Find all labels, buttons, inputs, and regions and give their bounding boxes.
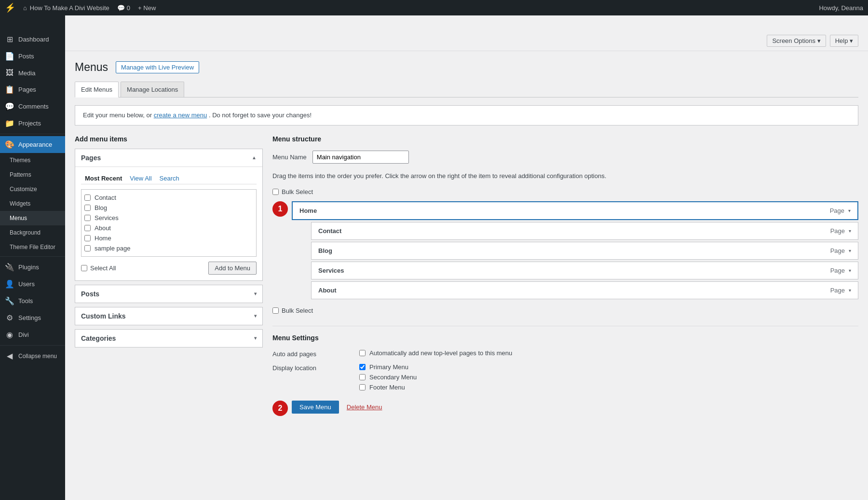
pages-tab-most-recent[interactable]: Most Recent xyxy=(81,173,126,184)
sidebar-item-projects[interactable]: 📁 Projects xyxy=(0,115,65,132)
categories-accordion-header[interactable]: Categories ▾ xyxy=(75,330,262,347)
tab-manage-locations[interactable]: Manage Locations xyxy=(121,82,184,97)
posts-accordion-header[interactable]: Posts ▾ xyxy=(75,285,262,303)
list-item: Blog xyxy=(84,203,253,213)
sidebar-item-label: Posts xyxy=(18,53,34,60)
services-checkbox[interactable] xyxy=(84,215,91,221)
sidebar-item-label: Tools xyxy=(18,297,33,305)
sidebar-item-settings[interactable]: ⚙ Settings xyxy=(0,309,65,326)
pages-icon: 📋 xyxy=(5,85,14,94)
sidebar-item-widgets[interactable]: Widgets xyxy=(0,196,65,211)
blog-label: Blog xyxy=(95,204,107,211)
about-checkbox[interactable] xyxy=(84,225,91,231)
auto-add-pages-checkbox[interactable] xyxy=(359,350,366,356)
display-location-label: Display location xyxy=(272,363,340,372)
primary-menu-checkbox[interactable] xyxy=(359,364,366,370)
sidebar-item-comments[interactable]: 💬 Comments xyxy=(0,98,65,115)
delete-menu-link[interactable]: Delete Menu xyxy=(347,403,382,411)
list-item: Services xyxy=(84,213,253,223)
menu-help-text: Drag the items into the order you prefer… xyxy=(272,171,858,181)
custom-links-accordion-header[interactable]: Custom Links ▾ xyxy=(75,307,262,325)
sidebar-item-users[interactable]: 👤 Users xyxy=(0,276,65,292)
create-new-menu-link[interactable]: create a new menu xyxy=(154,111,207,119)
sidebar-item-theme-file-editor[interactable]: Theme File Editor xyxy=(0,240,65,254)
pages-list: Contact Blog Services xyxy=(81,189,257,257)
services-item-label: Services xyxy=(318,267,344,274)
sidebar-item-label: Customize xyxy=(10,186,37,193)
blog-item-right: Page ▾ xyxy=(830,247,851,254)
sidebar-item-patterns[interactable]: Patterns xyxy=(0,167,65,182)
add-to-menu-button[interactable]: Add to Menu xyxy=(208,262,257,275)
sidebar-item-dashboard[interactable]: ⊞ Dashboard xyxy=(0,31,65,48)
sidebar-item-plugins[interactable]: 🔌 Plugins xyxy=(0,259,65,276)
services-item-type: Page xyxy=(830,267,845,274)
comments-link[interactable]: 💬 0 xyxy=(117,4,130,12)
sidebar-collapse-button[interactable]: ◀ Collapse menu xyxy=(0,347,65,364)
auto-add-pages-option[interactable]: Automatically add new top-level pages to… xyxy=(359,349,512,357)
about-item-arrow-icon[interactable]: ▾ xyxy=(849,288,851,293)
add-menu-items-title: Add menu items xyxy=(75,135,263,143)
save-menu-button[interactable]: Save Menu xyxy=(292,401,339,414)
pages-tab-search[interactable]: Search xyxy=(156,173,183,184)
sidebar-item-background[interactable]: Background xyxy=(0,225,65,240)
sidebar-item-media[interactable]: 🖼 Media xyxy=(0,65,65,81)
screen-options-button[interactable]: Screen Options ▾ xyxy=(767,35,826,47)
bulk-select-bottom-label[interactable]: Bulk Select xyxy=(272,307,858,314)
users-icon: 👤 xyxy=(5,279,14,289)
sample-page-checkbox[interactable] xyxy=(84,245,91,251)
contact-item-arrow-icon[interactable]: ▾ xyxy=(849,228,851,234)
pages-tab-view-all[interactable]: View All xyxy=(126,173,155,184)
bulk-select-bottom-checkbox[interactable] xyxy=(272,307,279,314)
select-all-checkbox[interactable] xyxy=(81,265,87,271)
menu-name-input[interactable] xyxy=(312,151,409,164)
sidebar-item-label: Themes xyxy=(10,157,30,164)
menu-item-contact[interactable]: Contact Page ▾ xyxy=(311,222,858,240)
site-name[interactable]: ⌂ How To Make A Divi Website xyxy=(23,4,109,12)
menu-item-blog[interactable]: Blog Page ▾ xyxy=(311,242,858,260)
manage-live-preview-button[interactable]: Manage with Live Preview xyxy=(116,61,199,73)
pages-accordion-body: Most Recent View All Search Contact xyxy=(75,167,262,280)
secondary-menu-checkbox[interactable] xyxy=(359,374,366,380)
blog-checkbox[interactable] xyxy=(84,205,91,211)
tab-edit-menus[interactable]: Edit Menus xyxy=(75,82,119,97)
home-checkbox[interactable] xyxy=(84,235,91,241)
services-item-right: Page ▾ xyxy=(830,267,851,274)
sidebar-item-pages[interactable]: 📋 Pages xyxy=(0,81,65,98)
list-item: Contact xyxy=(84,193,253,203)
sidebar-item-menus[interactable]: Menus xyxy=(0,211,65,225)
menu-item-about[interactable]: About Page ▾ xyxy=(311,281,858,299)
pages-accordion: Pages ▲ Most Recent View All Search xyxy=(75,149,263,281)
contact-checkbox[interactable] xyxy=(84,194,91,201)
home-item-arrow-icon[interactable]: ▾ xyxy=(848,208,851,213)
posts-accordion-chevron-icon: ▾ xyxy=(254,291,257,296)
pages-accordion-header[interactable]: Pages ▲ xyxy=(75,149,262,167)
sidebar-item-divi[interactable]: ◉ Divi xyxy=(0,326,65,343)
sidebar-item-label: Plugins xyxy=(18,264,39,271)
select-all-label[interactable]: Select All xyxy=(81,264,116,272)
primary-menu-option[interactable]: Primary Menu xyxy=(359,363,417,371)
menu-item-home[interactable]: Home Page ▾ xyxy=(292,201,858,220)
projects-icon: 📁 xyxy=(5,119,14,128)
bulk-select-top-label[interactable]: Bulk Select xyxy=(272,188,858,195)
footer-menu-checkbox[interactable] xyxy=(359,384,366,390)
secondary-menu-option[interactable]: Secondary Menu xyxy=(359,374,417,381)
services-item-arrow-icon[interactable]: ▾ xyxy=(849,268,851,273)
help-button[interactable]: Help ▾ xyxy=(830,35,858,47)
new-content-link[interactable]: + New xyxy=(138,4,156,12)
sidebar-item-label: Projects xyxy=(18,120,41,127)
home-item-right: Page ▾ xyxy=(830,207,851,214)
sidebar-item-themes[interactable]: Themes xyxy=(0,153,65,167)
sidebar-item-customize[interactable]: Customize xyxy=(0,182,65,196)
blog-item-arrow-icon[interactable]: ▾ xyxy=(849,248,851,253)
wp-logo-icon[interactable]: ⚡ xyxy=(5,2,15,13)
admin-bar: ⚡ ⌂ How To Make A Divi Website 💬 0 + New… xyxy=(0,0,868,15)
sidebar-item-tools[interactable]: 🔧 Tools xyxy=(0,292,65,309)
sidebar-item-posts[interactable]: 📄 Posts xyxy=(0,48,65,65)
home-icon: ⌂ xyxy=(23,4,27,12)
list-item: Home xyxy=(84,233,253,243)
bulk-select-top-checkbox[interactable] xyxy=(272,189,279,195)
menu-item-services[interactable]: Services Page ▾ xyxy=(311,262,858,279)
sample-page-label: sample page xyxy=(95,245,130,252)
sidebar-item-appearance[interactable]: 🎨 Appearance xyxy=(0,136,65,153)
footer-menu-option[interactable]: Footer Menu xyxy=(359,384,417,391)
